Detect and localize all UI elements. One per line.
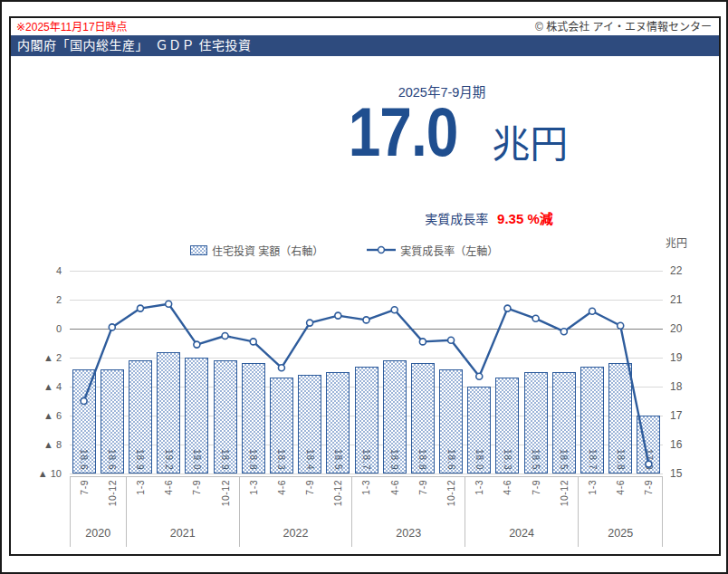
- year-label: 2024: [465, 525, 579, 541]
- left-axis-tick: ▲ 6: [20, 408, 62, 423]
- growth-row: 実質成長率 9.35 %減: [425, 208, 553, 227]
- left-axis-tick: ▲ 8: [20, 437, 62, 452]
- quarter-label: 7-9: [417, 480, 428, 495]
- quarter-label: 1-3: [135, 480, 146, 495]
- top-note-row: ※2025年11月17日時点 © 株式会社 アイ・エヌ情報センター: [16, 20, 712, 34]
- right-axis-tick: 17: [670, 408, 682, 423]
- line-marker: [137, 305, 143, 311]
- line-marker: [81, 398, 87, 405]
- left-axis-tick: ▲ 10: [20, 466, 62, 481]
- quarter-label-cell: 1-3: [126, 480, 154, 527]
- right-axis-tick: 21: [670, 292, 682, 307]
- legend-item-line: 実質成長率（左軸）: [367, 243, 498, 258]
- line-marker: [166, 301, 172, 307]
- quarter-label-cell: 10-12: [324, 480, 352, 527]
- quarter-label-cell: 4-6: [380, 480, 408, 527]
- line-marker: [391, 307, 398, 313]
- right-axis: 2221201918171615: [670, 263, 706, 476]
- quarter-label: 4-6: [502, 480, 512, 495]
- line-marker: [222, 333, 228, 340]
- left-axis-tick: 0: [20, 321, 62, 336]
- year-label: 2021: [126, 525, 239, 541]
- quarter-label: 10-12: [332, 480, 343, 506]
- line-marker: [109, 324, 115, 330]
- line-marker: [560, 329, 567, 335]
- line-marker: [589, 308, 596, 314]
- timestamp-note: ※2025年11月17日時点: [16, 20, 128, 34]
- quarter-label: 7-9: [531, 480, 541, 495]
- line-marker: [419, 339, 426, 345]
- quarter-label: 1-3: [248, 480, 259, 495]
- line-marker: [194, 341, 200, 348]
- quarter-label: 7-9: [191, 480, 202, 495]
- quarter-label-cell: 7-9: [408, 480, 436, 527]
- year-label: 2020: [70, 525, 126, 541]
- line-marker: [278, 365, 284, 371]
- legend-line-label: 実質成長率（左軸）: [400, 243, 498, 258]
- report-window: ※2025年11月17日時点 © 株式会社 アイ・エヌ情報センター 内閣府「国内…: [0, 0, 728, 574]
- quarter-label-cell: 7-9: [296, 480, 324, 527]
- quarter-label: 4-6: [615, 480, 626, 495]
- left-axis: 420▲ 2▲ 4▲ 6▲ 8▲ 10: [20, 263, 65, 476]
- quarter-label: 7-9: [304, 480, 315, 495]
- quarter-label: 7-9: [643, 480, 654, 495]
- quarter-label-cell: 1-3: [352, 480, 380, 527]
- right-axis-tick: 15: [670, 466, 682, 481]
- bar-swatch-icon: [190, 245, 207, 255]
- headline-value: 17.0: [349, 98, 458, 167]
- line-marker-icon: [367, 245, 396, 254]
- legend-item-bars: 住宅投資 実額（右軸）: [190, 243, 323, 258]
- line-marker: [448, 337, 455, 343]
- line-marker: [646, 461, 652, 467]
- left-axis-tick: ▲ 2: [20, 350, 62, 365]
- line-marker: [618, 322, 624, 329]
- year-separator: [465, 477, 465, 547]
- quarter-label: 1-3: [587, 480, 598, 495]
- quarter-label-cell: 4-6: [607, 480, 635, 527]
- year-separator: [662, 477, 663, 547]
- year-label: 2025: [578, 525, 663, 541]
- quarter-label: 7-9: [79, 480, 90, 495]
- line-marker: [250, 339, 256, 345]
- line-marker: [476, 373, 483, 379]
- plot-area: 18.618.618.919.219.018.918.818.318.418.5…: [70, 263, 663, 476]
- right-axis-tick: 19: [670, 350, 682, 365]
- quarter-label-cell: 1-3: [239, 480, 267, 527]
- quarter-label: 4-6: [163, 480, 174, 495]
- legend-bars-label: 住宅投資 実額（右軸）: [212, 243, 323, 258]
- left-axis-tick: 2: [20, 292, 62, 307]
- quarter-label: 10-12: [445, 480, 456, 506]
- growth-value: 9.35 %減: [497, 211, 553, 226]
- copyright-text: © 株式会社 アイ・エヌ情報センター: [535, 20, 712, 34]
- line-marker: [532, 315, 539, 321]
- right-axis-tick: 22: [670, 263, 682, 278]
- page-title: 内閣府「国内総生産」 ＧＤＰ 住宅投資: [17, 38, 251, 53]
- year-separator: [126, 477, 127, 547]
- quarter-label: 4-6: [389, 480, 400, 495]
- chart-legend: 住宅投資 実額（右軸） 実質成長率（左軸）: [190, 241, 498, 259]
- growth-line-chart: [70, 263, 663, 476]
- growth-label: 実質成長率: [425, 212, 488, 226]
- header-bar: 内閣府「国内総生産」 ＧＤＰ 住宅投資: [11, 35, 719, 56]
- quarter-label-cell: 1-3: [578, 480, 606, 527]
- quarter-label-cell: 4-6: [493, 480, 522, 527]
- year-separator: [351, 477, 352, 547]
- quarter-label-cell: 10-12: [550, 480, 578, 527]
- quarter-label: 10-12: [220, 480, 231, 506]
- quarter-label-cell: 7-9: [70, 480, 98, 527]
- line-marker: [307, 320, 313, 326]
- right-axis-tick: 18: [670, 379, 682, 394]
- quarter-label-cell: 4-6: [267, 480, 295, 527]
- quarter-label-cell: 7-9: [635, 480, 663, 527]
- quarter-label-cell: 4-6: [155, 480, 183, 527]
- year-separator: [578, 477, 579, 547]
- quarter-label-cell: 1-3: [465, 480, 493, 527]
- year-separator: [70, 477, 71, 547]
- line-marker: [363, 317, 369, 323]
- content-frame: ※2025年11月17日時点 © 株式会社 アイ・エヌ情報センター 内閣府「国内…: [9, 16, 721, 556]
- right-axis-unit: 兆円: [666, 234, 687, 250]
- quarter-label-cell: 7-9: [183, 480, 211, 527]
- headline: 17.0 兆円: [349, 109, 569, 167]
- x-axis: 7-910-121-34-67-910-121-34-67-910-121-34…: [70, 476, 663, 547]
- quarter-label: 1-3: [360, 480, 371, 495]
